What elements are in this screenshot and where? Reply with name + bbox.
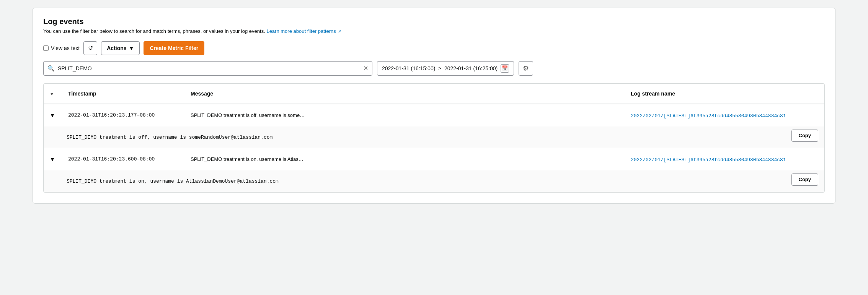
- settings-button[interactable]: ⚙: [519, 61, 533, 76]
- row-expanded-content: SPLIT_DEMO treatment is off, username is…: [44, 126, 824, 148]
- clear-search-icon[interactable]: ✕: [363, 65, 368, 72]
- log-row-main[interactable]: ▼ 2022-01-31T16:20:23.600–08:00 SPLIT_DE…: [44, 148, 824, 170]
- actions-button[interactable]: Actions ▼: [101, 41, 140, 55]
- page-header: Log events You can use the filter bar be…: [43, 17, 825, 35]
- row-message-full: SPLIT_DEMO treatment is off, username is…: [67, 134, 272, 142]
- date-range-arrow-icon: >: [438, 65, 441, 71]
- view-as-text-checkbox[interactable]: [43, 45, 49, 51]
- search-icon: 🔍: [47, 65, 55, 72]
- refresh-icon: ↺: [88, 44, 93, 52]
- refresh-button[interactable]: ↺: [83, 41, 97, 55]
- copy-button[interactable]: Copy: [791, 130, 819, 142]
- row-message-short: SPLIT_DEMO treatment is off, username is…: [185, 109, 625, 121]
- log-row-main[interactable]: ▼ 2022-01-31T16:20:23.177–08:00 SPLIT_DE…: [44, 104, 824, 126]
- col-header-timestamp: Timestamp: [63, 88, 185, 100]
- copy-button[interactable]: Copy: [791, 173, 819, 186]
- external-link-icon: ↗: [338, 29, 341, 34]
- row-expand-chevron[interactable]: ▼: [44, 112, 63, 118]
- learn-more-link[interactable]: Learn more about filter patterns ↗: [266, 28, 341, 34]
- row-stream: 2022/02/01/[$LATEST]6f395a28fcdd48558049…: [625, 153, 824, 166]
- search-row: 🔍 ✕ 2022-01-31 (16:15:00) > 2022-01-31 (…: [43, 61, 825, 76]
- table-header: ▼ Timestamp Message Log stream name: [44, 84, 824, 104]
- col-header-message: Message: [185, 88, 625, 100]
- create-metric-filter-button[interactable]: Create Metric Filter: [144, 41, 204, 55]
- row-timestamp: 2022-01-31T16:20:23.600–08:00: [63, 153, 185, 165]
- stream-link[interactable]: 2022/02/01/[$LATEST]6f395a28fcdd48558049…: [631, 157, 786, 163]
- page-title: Log events: [43, 17, 825, 26]
- actions-chevron-icon: ▼: [129, 45, 134, 51]
- toolbar: View as text ↺ Actions ▼ Create Metric F…: [43, 41, 825, 55]
- row-expanded-content: SPLIT_DEMO treatment is on, username is …: [44, 170, 824, 192]
- log-events-container: Log events You can use the filter bar be…: [32, 8, 836, 204]
- stream-link[interactable]: 2022/02/01/[$LATEST]6f395a28fcdd48558049…: [631, 113, 786, 119]
- search-box: 🔍 ✕: [43, 61, 372, 76]
- log-row: ▼ 2022-01-31T16:20:23.600–08:00 SPLIT_DE…: [44, 148, 824, 192]
- row-expand-chevron[interactable]: ▼: [44, 156, 63, 162]
- search-input[interactable]: [58, 65, 360, 71]
- log-row: ▼ 2022-01-31T16:20:23.177–08:00 SPLIT_DE…: [44, 104, 824, 148]
- row-message-short: SPLIT_DEMO treatment is on, username is …: [185, 153, 625, 165]
- date-range-picker[interactable]: 2022-01-31 (16:15:00) > 2022-01-31 (16:2…: [377, 61, 514, 76]
- gear-icon: ⚙: [523, 64, 529, 73]
- row-timestamp: 2022-01-31T16:20:23.177–08:00: [63, 109, 185, 121]
- row-message-full: SPLIT_DEMO treatment is on, username is …: [67, 178, 279, 186]
- page-description: You can use the filter bar below to sear…: [43, 28, 825, 35]
- col-header-expand: ▼: [44, 88, 63, 100]
- calendar-icon[interactable]: 📅: [501, 64, 509, 73]
- log-events-table: ▼ Timestamp Message Log stream name ▼ 20…: [43, 83, 825, 193]
- col-header-stream: Log stream name: [625, 88, 824, 100]
- sort-icon: ▼: [50, 92, 54, 96]
- row-stream: 2022/02/01/[$LATEST]6f395a28fcdd48558049…: [625, 109, 824, 122]
- table-body: ▼ 2022-01-31T16:20:23.177–08:00 SPLIT_DE…: [44, 104, 824, 192]
- view-as-text-label[interactable]: View as text: [43, 45, 80, 51]
